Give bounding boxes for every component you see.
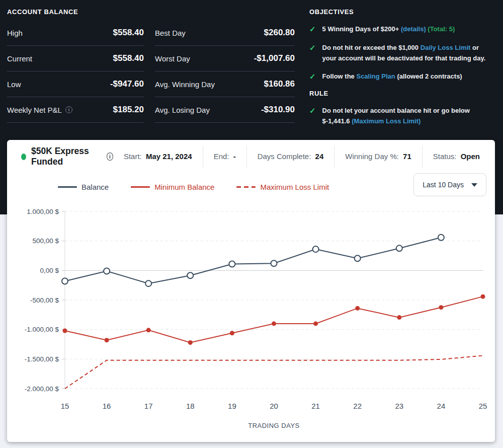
x-tick-label: 19 xyxy=(228,402,236,410)
scaling-plan-link[interactable]: Scaling Plan xyxy=(356,72,395,80)
data-point-minimum-balance[interactable] xyxy=(63,329,67,333)
meta-value: - xyxy=(233,152,236,161)
data-point-minimum-balance[interactable] xyxy=(439,305,443,310)
stat-row-avg-losing-day: Avg. Losing Day-$310.90 xyxy=(155,97,295,123)
objectives-list: ✓5 Winning Days of $200+ (details) (Tota… xyxy=(309,24,496,82)
y-tick-label: 0,00 $ xyxy=(40,267,59,274)
meta-value: 71 xyxy=(403,152,411,161)
stat-value: $260.80 xyxy=(264,28,295,38)
legend-label: Maximum Loss Limit xyxy=(260,183,329,191)
legend-swatch xyxy=(131,186,150,188)
data-point-balance[interactable] xyxy=(271,260,277,266)
x-tick-label: 17 xyxy=(144,402,153,410)
y-tick-label: 500,00 $ xyxy=(32,237,59,245)
details-link[interactable]: (details) xyxy=(401,25,426,33)
account-title-group: $50K Express Funded xyxy=(21,146,113,167)
account-title: $50K Express Funded xyxy=(31,146,102,167)
data-point-minimum-balance[interactable] xyxy=(397,315,401,320)
daily-loss-limit-link[interactable]: Daily Loss Limit xyxy=(421,44,471,51)
legend-label: Minimum Balance xyxy=(154,183,214,191)
y-tick-label: -1.000,00 $ xyxy=(25,326,59,333)
objective-text: Do not hit or exceed the $1,000 Daily Lo… xyxy=(322,42,493,63)
stat-row-high: High$558.40 xyxy=(7,20,144,46)
x-tick-label: 18 xyxy=(186,402,195,410)
data-point-minimum-balance[interactable] xyxy=(481,294,485,299)
stats-column-right: Best Day$260.80Worst Day-$1,007.60Avg. W… xyxy=(155,20,295,123)
stat-value: -$947.60 xyxy=(110,79,144,89)
data-point-minimum-balance[interactable] xyxy=(105,338,109,342)
legend-item-balance[interactable]: Balance xyxy=(58,183,109,191)
objective-item: ✓Follow the Scaling Plan (allowed 2 cont… xyxy=(309,71,496,82)
data-point-minimum-balance[interactable] xyxy=(146,328,151,332)
account-meta: Start: May 21, 2024End: -Days Complete: … xyxy=(113,145,480,168)
data-point-balance[interactable] xyxy=(104,268,110,274)
stat-label: Avg. Losing Day xyxy=(155,106,210,114)
x-tick-label: 20 xyxy=(270,402,278,410)
stat-row-worst-day: Worst Day-$1,007.60 xyxy=(155,46,295,71)
stat-value: $558.40 xyxy=(113,53,144,63)
data-point-balance[interactable] xyxy=(62,278,68,284)
period-dropdown-value: Last 10 Days xyxy=(423,181,464,189)
meta-status: Status: Open xyxy=(422,145,480,168)
info-icon[interactable] xyxy=(65,106,72,113)
stats-column-left: High$558.40Current$558.40Low-$947.60Week… xyxy=(7,20,144,123)
data-point-minimum-balance[interactable] xyxy=(313,321,318,326)
data-point-minimum-balance[interactable] xyxy=(355,306,360,311)
balance-chart: 1.000,00 $500,00 $0,00 $-500,00 $-1.000,… xyxy=(7,200,495,437)
chart-legend: BalanceMinimum BalanceMaximum Loss Limit xyxy=(58,183,329,191)
x-tick-label: 25 xyxy=(479,402,487,410)
check-icon: ✓ xyxy=(309,24,316,35)
data-point-balance[interactable] xyxy=(438,235,444,241)
x-tick-label: 22 xyxy=(353,402,362,410)
stat-value: $160.86 xyxy=(264,79,295,89)
data-point-balance[interactable] xyxy=(313,246,319,252)
stat-label: Worst Day xyxy=(155,54,190,63)
legend-item-minimum-balance[interactable]: Minimum Balance xyxy=(131,183,214,191)
stat-value: -$310.90 xyxy=(261,105,295,115)
legend-item-maximum-loss-limit[interactable]: Maximum Loss Limit xyxy=(236,183,329,191)
data-point-balance[interactable] xyxy=(355,255,361,261)
stat-label: High xyxy=(7,29,23,37)
stat-label: Weekly Net P&L xyxy=(7,106,72,114)
legend-swatch xyxy=(58,186,77,188)
data-point-balance[interactable] xyxy=(145,280,151,286)
meta-value: 24 xyxy=(315,152,324,161)
text-segment: 5 Winning Days of $200+ xyxy=(322,25,401,33)
check-icon: ✓ xyxy=(309,71,316,82)
text-segment: Do not hit or exceed the $1,000 xyxy=(322,44,421,51)
meta-value: May 21, 2024 xyxy=(146,152,192,161)
stat-value: $185.20 xyxy=(113,105,144,115)
period-dropdown[interactable]: Last 10 Days xyxy=(413,173,486,196)
legend-label: Balance xyxy=(81,183,109,191)
series-balance xyxy=(65,238,441,283)
meta-winning-day: Winning Day %: 71 xyxy=(334,145,422,168)
objective-item: ✓Do not let your account balance hit or … xyxy=(309,105,496,126)
stat-row-avg-winning-day: Avg. Winning Day$160.86 xyxy=(155,71,295,97)
data-point-balance[interactable] xyxy=(229,261,235,267)
objective-text: Do not let your account balance hit or g… xyxy=(322,105,493,126)
meta-end: End: - xyxy=(203,145,246,168)
maximum-loss-limit-link[interactable]: (Maximum Loss Limit) xyxy=(352,117,421,125)
objective-item: ✓5 Winning Days of $200+ (details) (Tota… xyxy=(309,24,496,35)
account-balance-section: ACCOUNT BALANCE High$558.40Current$558.4… xyxy=(7,8,295,123)
rule-title: RULE xyxy=(309,90,496,97)
data-point-balance[interactable] xyxy=(396,245,402,251)
series-maximum-loss-limit xyxy=(65,355,483,389)
rule-list: ✓Do not let your account balance hit or … xyxy=(309,105,496,126)
x-tick-label: 16 xyxy=(103,402,111,410)
account-balance-title: ACCOUNT BALANCE xyxy=(7,8,295,16)
x-axis-title: TRADING DAYS xyxy=(248,422,300,429)
stat-value: $558.40 xyxy=(113,28,144,38)
card-header: $50K Express Funded Start: May 21, 2024E… xyxy=(7,140,495,168)
stat-label: Best Day xyxy=(155,29,186,37)
data-point-minimum-balance[interactable] xyxy=(230,331,234,335)
data-point-balance[interactable] xyxy=(187,272,193,278)
objectives-section: OBJECTIVES ✓5 Winning Days of $200+ (det… xyxy=(309,8,496,134)
data-point-minimum-balance[interactable] xyxy=(188,340,193,345)
stat-label: Current xyxy=(7,54,32,63)
legend-swatch xyxy=(236,186,256,188)
status-dot xyxy=(21,154,26,160)
info-icon[interactable] xyxy=(107,153,113,161)
data-point-minimum-balance[interactable] xyxy=(272,321,276,326)
stat-row-low: Low-$947.60 xyxy=(7,71,144,97)
